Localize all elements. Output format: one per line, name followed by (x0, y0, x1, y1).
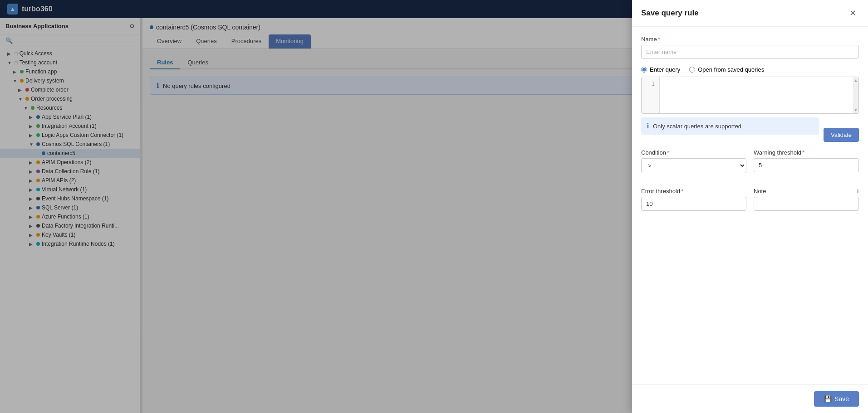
warning-threshold-field-group: Warning threshold * (754, 149, 859, 173)
query-editor-textarea[interactable] (660, 77, 853, 113)
validate-row: ℹ Only scalar queries are supported Vali… (641, 117, 859, 142)
required-indicator: * (667, 149, 669, 156)
name-input[interactable] (641, 45, 859, 59)
condition-field-group: Condition * > < >= <= == (641, 149, 746, 173)
note-info-icon: ℹ (857, 188, 859, 194)
enter-query-radio[interactable] (641, 67, 647, 73)
error-threshold-field-group: Error threshold * (641, 188, 746, 211)
modal-footer: 💾 Save (632, 384, 868, 413)
error-note-row: Error threshold * Note ℹ (641, 188, 859, 218)
modal-header: Save query rule ✕ (632, 0, 868, 27)
query-editor-gutter: 1 (642, 77, 660, 113)
query-source-radio-group: Enter query Open from saved queries (641, 66, 859, 73)
condition-warning-row: Condition * > < >= <= == Warning thresho… (641, 149, 859, 180)
required-indicator: * (681, 188, 683, 194)
note-label: Note ℹ (754, 188, 859, 194)
save-label: Save (834, 395, 849, 403)
open-from-saved-option[interactable]: Open from saved queries (689, 66, 764, 73)
condition-label: Condition * (641, 149, 746, 156)
modal-body: Name * Enter query Open from saved queri… (632, 27, 868, 384)
required-indicator: * (802, 149, 804, 156)
modal-close-button[interactable]: ✕ (847, 7, 859, 19)
note-input[interactable] (754, 197, 859, 211)
warning-threshold-label: Warning threshold * (754, 149, 859, 156)
scroll-up-icon[interactable]: ▲ (853, 78, 858, 83)
name-field-group: Name * (641, 36, 859, 59)
scroll-down-icon[interactable]: ▼ (853, 107, 858, 112)
warning-threshold-input[interactable] (754, 158, 859, 172)
scalar-query-text: Only scalar queries are supported (653, 123, 741, 130)
query-editor-scrollbar: ▲ ▼ (853, 77, 858, 113)
condition-select[interactable]: > < >= <= == (641, 158, 746, 173)
scalar-query-info: ℹ Only scalar queries are supported (641, 117, 819, 135)
modal-panel: Save query rule ✕ Name * Enter query (632, 0, 868, 413)
error-threshold-input[interactable] (641, 197, 746, 211)
name-label: Name * (641, 36, 859, 43)
info-circle-icon: ℹ (647, 122, 649, 130)
save-button[interactable]: 💾 Save (814, 391, 859, 407)
open-from-saved-radio[interactable] (689, 67, 695, 73)
modal-overlay: Save query rule ✕ Name * Enter query (0, 0, 868, 413)
validate-button[interactable]: Validate (824, 128, 859, 142)
required-indicator: * (658, 36, 660, 43)
query-editor: 1 ▲ ▼ (641, 77, 859, 114)
save-icon: 💾 (824, 395, 832, 403)
note-field-group: Note ℹ (754, 188, 859, 211)
modal-title: Save query rule (641, 9, 699, 18)
error-threshold-label: Error threshold * (641, 188, 746, 194)
enter-query-option[interactable]: Enter query (641, 66, 680, 73)
